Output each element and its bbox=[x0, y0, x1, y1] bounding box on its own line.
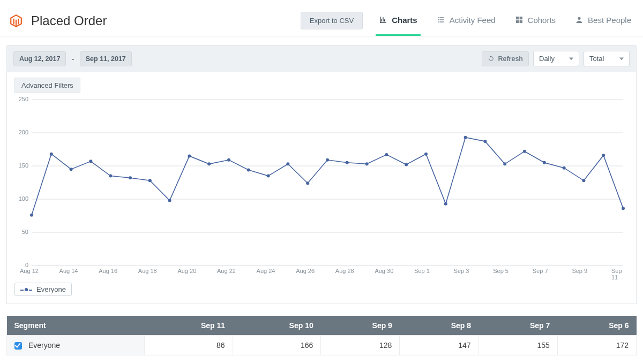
refresh-label: Refresh bbox=[498, 55, 523, 63]
header-tabs: Export to CSV Charts Activity Feed Cohor… bbox=[301, 5, 634, 36]
people-icon bbox=[575, 16, 584, 24]
svg-point-28 bbox=[464, 136, 467, 139]
segment-checkbox[interactable] bbox=[14, 342, 22, 350]
svg-point-27 bbox=[444, 202, 447, 206]
col-date[interactable]: Sep 11 bbox=[144, 316, 233, 336]
col-date[interactable]: Sep 9 bbox=[321, 316, 400, 336]
col-date[interactable]: Sep 6 bbox=[557, 316, 636, 336]
date-separator: - bbox=[70, 54, 75, 64]
legend-label: Everyone bbox=[36, 285, 66, 293]
tab-label: Activity Feed bbox=[450, 16, 496, 25]
svg-point-29 bbox=[483, 140, 487, 143]
svg-point-25 bbox=[405, 163, 408, 166]
svg-point-10 bbox=[109, 175, 112, 178]
svg-point-34 bbox=[582, 179, 585, 182]
svg-point-19 bbox=[286, 162, 289, 165]
header: Placed Order Export to CSV Charts Activi… bbox=[0, 0, 643, 36]
col-segment[interactable]: Segment bbox=[7, 316, 145, 336]
tab-label: Cohorts bbox=[528, 16, 556, 25]
list-icon bbox=[437, 16, 445, 24]
segment-value: 128 bbox=[321, 336, 400, 355]
svg-point-17 bbox=[247, 168, 250, 171]
col-date[interactable]: Sep 10 bbox=[233, 316, 321, 336]
chart-plot[interactable]: 050100150200250Aug 12Aug 14Aug 16Aug 18A… bbox=[14, 96, 629, 278]
svg-point-32 bbox=[543, 161, 546, 164]
svg-point-22 bbox=[346, 161, 349, 164]
segment-value: 147 bbox=[400, 336, 478, 355]
svg-point-33 bbox=[563, 166, 566, 170]
tab-charts[interactable]: Charts bbox=[376, 5, 421, 36]
svg-point-23 bbox=[365, 162, 369, 165]
svg-point-8 bbox=[70, 168, 73, 171]
svg-point-24 bbox=[385, 153, 388, 156]
svg-point-18 bbox=[267, 175, 270, 178]
export-csv-button[interactable]: Export to CSV bbox=[301, 12, 363, 29]
svg-point-31 bbox=[523, 150, 526, 153]
col-date[interactable]: Sep 7 bbox=[478, 316, 557, 336]
svg-point-26 bbox=[424, 153, 428, 156]
segment-name-cell: Everyone bbox=[7, 336, 145, 355]
tab-best-people[interactable]: Best People bbox=[572, 5, 634, 36]
table-row: Everyone 86 166 128 147 155 172 bbox=[7, 336, 637, 355]
page-title: Placed Order bbox=[31, 13, 107, 28]
tab-label: Charts bbox=[392, 16, 417, 25]
tab-label: Best People bbox=[588, 16, 631, 25]
segment-value: 172 bbox=[557, 336, 636, 355]
advanced-filters-button[interactable]: Advanced Filters bbox=[14, 78, 80, 93]
segment-table: Segment Sep 11 Sep 10 Sep 9 Sep 8 Sep 7 … bbox=[6, 316, 637, 355]
svg-point-20 bbox=[306, 181, 309, 185]
svg-point-15 bbox=[207, 162, 211, 165]
controls-bar: Aug 12, 2017 - Sep 11, 2017 Refresh Dail… bbox=[6, 45, 637, 72]
tab-cohorts[interactable]: Cohorts bbox=[512, 5, 559, 36]
date-start-button[interactable]: Aug 12, 2017 bbox=[13, 51, 66, 66]
segment-name: Everyone bbox=[28, 341, 60, 350]
magento-logo-icon bbox=[9, 13, 24, 28]
svg-point-6 bbox=[30, 214, 33, 217]
svg-point-36 bbox=[622, 207, 625, 210]
title-wrap: Placed Order bbox=[9, 13, 107, 28]
segment-value: 155 bbox=[478, 336, 557, 355]
svg-point-21 bbox=[326, 158, 329, 162]
svg-point-13 bbox=[168, 199, 171, 202]
svg-point-30 bbox=[503, 162, 506, 165]
svg-point-16 bbox=[227, 158, 230, 162]
svg-point-11 bbox=[129, 176, 132, 179]
tab-activity-feed[interactable]: Activity Feed bbox=[433, 5, 499, 36]
svg-point-7 bbox=[50, 153, 53, 156]
refresh-button[interactable]: Refresh bbox=[482, 51, 529, 66]
refresh-icon bbox=[488, 55, 495, 62]
segment-table-head: Segment Sep 11 Sep 10 Sep 9 Sep 8 Sep 7 … bbox=[7, 316, 637, 336]
col-date[interactable]: Sep 8 bbox=[400, 316, 478, 336]
chart-card: Advanced Filters 050100150200250Aug 12Au… bbox=[6, 72, 637, 304]
svg-point-14 bbox=[188, 154, 191, 157]
grid-icon bbox=[515, 16, 524, 24]
bar-chart-icon bbox=[379, 16, 387, 24]
segment-value: 86 bbox=[144, 336, 233, 355]
aggregate-select[interactable]: Total bbox=[584, 51, 630, 66]
segment-value: 166 bbox=[233, 336, 321, 355]
legend-item-everyone[interactable]: Everyone bbox=[14, 283, 72, 296]
svg-point-12 bbox=[148, 179, 152, 182]
date-end-button[interactable]: Sep 11, 2017 bbox=[80, 51, 132, 66]
granularity-select[interactable]: Daily bbox=[533, 51, 579, 66]
svg-point-9 bbox=[89, 160, 92, 163]
svg-point-35 bbox=[602, 154, 605, 157]
